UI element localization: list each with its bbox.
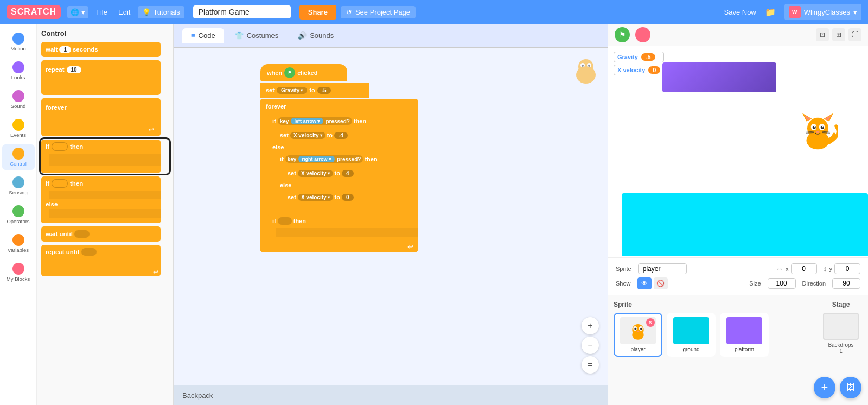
zoom-reset-button[interactable]: = <box>582 356 599 374</box>
tab-costumes[interactable]: 👕 Costumes <box>226 28 288 43</box>
tab-sounds[interactable]: 🔊 Sounds <box>289 28 342 43</box>
if-else-block[interactable]: if then else <box>41 176 169 223</box>
sprites-section-label: Sprite <box>614 301 814 308</box>
green-flag-button[interactable]: ⚑ <box>615 27 630 42</box>
forever-block-ws[interactable]: forever if key left arrow ▾ pressed? the… <box>260 99 418 252</box>
sidebar-item-motion[interactable]: Motion <box>2 29 35 55</box>
sidebar-item-sound[interactable]: Sound <box>2 87 35 112</box>
player-sprite-name: player <box>630 346 645 352</box>
svg-point-10 <box>814 126 815 127</box>
zoom-controls: + − = <box>582 317 599 374</box>
operators-label: Operators <box>7 218 29 224</box>
sidebar-item-control[interactable]: Control <box>2 144 35 170</box>
repeat-block[interactable]: repeat 10 <box>41 60 169 95</box>
globe-menu[interactable]: 🌐 ▾ <box>67 6 88 18</box>
stage-thumb[interactable] <box>823 313 859 340</box>
set-gravity-block[interactable]: set Gravity ▾ to -5 <box>260 83 369 98</box>
scratch-logo[interactable]: SCRATCH <box>7 5 61 19</box>
sounds-tab-icon: 🔊 <box>298 31 307 40</box>
hat-text: when <box>267 69 282 76</box>
sprite-info: Sprite ↔ x ↕ y Show 👁 🚫 <box>608 257 868 295</box>
stage-fullscreen-icon[interactable]: ⛶ <box>848 28 861 41</box>
backdrops-count: 1 <box>839 348 843 354</box>
edit-menu[interactable]: Edit <box>115 6 133 18</box>
show-hidden-button[interactable]: 🚫 <box>654 277 668 289</box>
save-now-button[interactable]: Save Now <box>724 8 756 16</box>
sprite-card-platform[interactable]: platform <box>720 313 769 357</box>
zoom-out-button[interactable]: − <box>582 337 599 354</box>
x-label: x <box>786 265 789 272</box>
add-sprite-button[interactable]: + <box>814 377 835 398</box>
sprite-y-coord: ↕ y <box>824 263 861 274</box>
folder-icon[interactable]: 📁 <box>765 7 776 17</box>
sprite-card-ground[interactable]: ground <box>667 313 716 357</box>
see-project-page-button[interactable]: ↺ See Project Page <box>341 6 416 18</box>
forever-block[interactable]: forever ↩ <box>41 98 169 136</box>
wait-block[interactable]: wait 1 seconds <box>41 42 169 57</box>
control-dot <box>12 148 24 160</box>
sidebar-item-sensing[interactable]: Sensing <box>2 173 35 199</box>
add-backdrop-button[interactable]: 🖼 <box>840 377 861 398</box>
stage-canvas: Gravity -5 X velocity 0 <box>608 46 868 256</box>
tutorials-label: Tutorials <box>153 8 180 16</box>
file-menu[interactable]: File <box>93 6 111 18</box>
if-else-block-1: if key left arrow ▾ pressed? then set X … <box>268 114 412 213</box>
wait-until-block[interactable]: wait until <box>41 226 169 242</box>
code-workspace[interactable]: when ⚑ clicked set Gravity ▾ to -5 <box>174 48 608 401</box>
size-input[interactable] <box>768 278 796 289</box>
gravity-var-badge: Gravity -5 <box>614 52 664 62</box>
sidebar-item-myblocks[interactable]: My Blocks <box>2 260 35 285</box>
stop-button[interactable] <box>635 27 650 42</box>
sound-dot <box>12 90 24 102</box>
player-delete-button[interactable]: ✕ <box>646 318 655 327</box>
hat-block[interactable]: when ⚑ clicked <box>260 64 347 81</box>
project-name-input[interactable] <box>193 5 291 18</box>
stage-cat-sprite <box>797 106 838 155</box>
add-buttons: + 🖼 <box>814 377 861 398</box>
sprite-card-player[interactable]: ✕ player <box>614 313 662 357</box>
gravity-var-value: -5 <box>641 53 655 61</box>
share-button[interactable]: Share <box>299 5 336 20</box>
backpack-bar[interactable]: Backpack <box>174 385 608 405</box>
repeat-until-block[interactable]: repeat until ↩ <box>41 245 169 276</box>
motion-label: Motion <box>10 46 26 52</box>
user-menu[interactable]: W WlingyClasses ▾ <box>784 4 861 20</box>
sidebar-item-events[interactable]: Events <box>2 116 35 141</box>
show-label: Show <box>616 280 631 287</box>
tutorials-menu[interactable]: 💡 Tutorials <box>138 6 184 18</box>
scratch-cat-watermark <box>570 53 602 86</box>
sidebar-item-looks[interactable]: Looks <box>2 58 35 84</box>
right-panel: ⚑ ⊡ ⊞ ⛶ Gravity -5 <box>608 24 868 405</box>
sidebar-item-variables[interactable]: Variables <box>2 231 35 256</box>
set-xvel-neg4[interactable]: set X velocity ▾ to -4 <box>276 128 412 142</box>
svg-point-11 <box>822 126 823 127</box>
x-input[interactable] <box>791 263 817 274</box>
top-nav: SCRATCH 🌐 ▾ File Edit 💡 Tutorials Share … <box>0 0 868 24</box>
sprite-label: Sprite <box>616 265 631 272</box>
set-xvel-4[interactable]: set X velocity ▾ to 4 <box>283 166 412 180</box>
costumes-tab-label: Costumes <box>247 31 279 40</box>
stage-shrink-icon[interactable]: ⊡ <box>816 28 829 41</box>
variable-display: Gravity -5 X velocity 0 <box>614 52 664 75</box>
code-tabs: ≡ Code 👕 Costumes 🔊 Sounds <box>174 24 608 48</box>
gravity-var-name: Gravity <box>617 54 638 60</box>
zoom-in-button[interactable]: + <box>582 317 599 334</box>
show-visible-button[interactable]: 👁 <box>637 277 652 289</box>
sprite-name-input[interactable] <box>638 263 687 274</box>
globe-icon: 🌐 <box>71 8 79 16</box>
y-input[interactable] <box>834 263 860 274</box>
set-xvel-0[interactable]: set X velocity ▾ to 0 <box>283 190 412 204</box>
code-area: ≡ Code 👕 Costumes 🔊 Sounds when <box>174 24 608 405</box>
sprites-section: Sprite ✕ <box>614 301 814 400</box>
if-then-block[interactable]: if then <box>41 140 169 173</box>
sprite-x-coord: ↔ x <box>776 263 817 274</box>
ground-sprite-name: ground <box>682 346 699 352</box>
stage-expand-icon[interactable]: ⊞ <box>832 28 845 41</box>
sidebar-item-operators[interactable]: Operators <box>2 202 35 227</box>
if-else-block-2: if key right arrow ▾ pressed? then set X… <box>276 152 412 208</box>
myblocks-dot <box>12 263 24 275</box>
control-label: Control <box>10 161 27 167</box>
tab-code[interactable]: ≡ Code <box>182 28 224 43</box>
direction-input[interactable] <box>832 278 860 289</box>
svg-point-1 <box>807 118 828 139</box>
